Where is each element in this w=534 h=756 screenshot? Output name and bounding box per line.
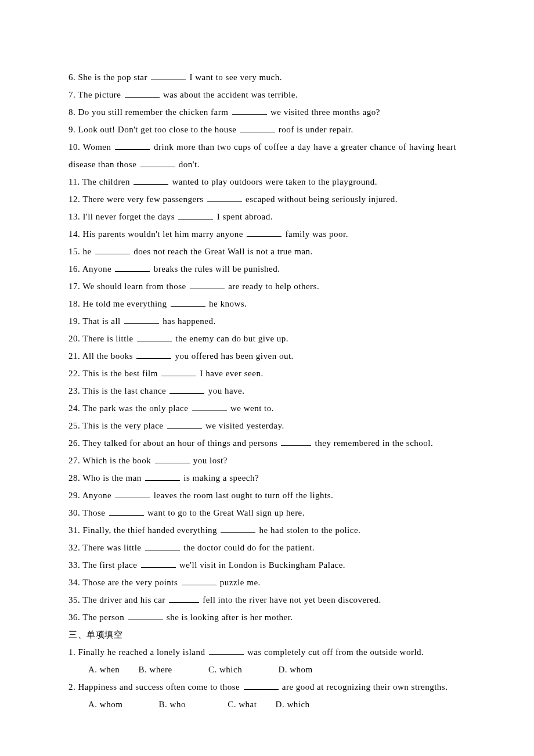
question-35: 35. The driver and his car fell into the… [68, 591, 456, 609]
q-num: 8. [68, 107, 78, 117]
q-text-a: Finally he reached a lonely island [78, 647, 208, 657]
question-27: 27. Which is the book you lost? [68, 452, 456, 469]
q-text-a: They talked for about an hour of things … [82, 438, 280, 448]
blank [240, 124, 275, 133]
q-text-b: the enemy can do but give up. [173, 334, 288, 343]
blank [115, 490, 150, 499]
blank [115, 264, 150, 272]
q-num: 27. [68, 456, 82, 465]
q-text-b: family was poor. [283, 229, 348, 239]
question-19: 19. That is all has happened. [68, 312, 456, 330]
blank [134, 177, 168, 185]
q-text-b: fell into the river have not yet been di… [200, 595, 381, 604]
q-text-a: Look out! Don't get too close to the hou… [78, 125, 239, 134]
question-14: 14. His parents wouldn't let him marry a… [68, 225, 456, 243]
q-num: 13. [68, 212, 83, 221]
option-d: D. whom [278, 661, 312, 678]
q-text-b: we'll visit in London is Buckingham Pala… [177, 560, 346, 570]
blank [151, 72, 186, 81]
q-text-a: The park was the only place [82, 404, 190, 413]
blank [244, 682, 279, 690]
blank [178, 211, 213, 220]
blank [155, 455, 190, 464]
mcq-1-options: A. when B. where C. which D. whom [68, 661, 456, 678]
q-text-a: Happiness and success often come to thos… [78, 682, 243, 692]
blank [209, 647, 244, 656]
question-34: 34. Those are the very points puzzle me. [68, 574, 456, 591]
q-num: 7. [68, 90, 78, 99]
blank [145, 542, 180, 551]
q-text-b: we visited three months ago? [268, 107, 380, 117]
q-text-a: he [83, 247, 94, 256]
document-page: 6. She is the pop star I want to see ver… [0, 0, 534, 756]
option-a: A. when [88, 661, 120, 678]
q-text-a: The first place [82, 560, 139, 570]
q-num: 1. [68, 647, 78, 657]
blank [207, 194, 242, 203]
q-text-b: I want to see very much. [187, 73, 282, 82]
q-num: 24. [68, 404, 82, 413]
blank [247, 229, 282, 237]
blank [128, 612, 163, 621]
mcq-2-options: A. whom B. who C. what D. which [68, 696, 456, 713]
section-3-heading: 三、单项填空 [68, 626, 456, 643]
q-num: 30. [68, 508, 82, 517]
q-num: 2. [68, 682, 78, 692]
q-text-a: This is the very place [82, 421, 166, 430]
question-13: 13. I'll never forget the days I spent a… [68, 208, 456, 225]
question-17: 17. We should learn from those are ready… [68, 278, 456, 295]
q-text-b: they remembered in the school. [312, 438, 433, 448]
q-text-b: she is looking after is her mother. [164, 613, 293, 622]
question-32: 32. There was little the doctor could do… [68, 539, 456, 556]
q-text-a: I'll never forget the days [83, 212, 178, 221]
question-15: 15. he does not reach the Great Wall is … [68, 243, 456, 260]
question-36: 36. The person she is looking after is h… [68, 609, 456, 626]
q-text-b: we went to. [228, 404, 274, 413]
q-num: 10. [68, 142, 83, 152]
question-6: 6. She is the pop star I want to see ver… [68, 69, 456, 86]
question-8: 8. Do you still remember the chicken far… [68, 103, 456, 121]
q-text-b: we visited yesterday. [203, 421, 284, 430]
q-num: 21. [68, 351, 82, 361]
blank [95, 246, 130, 255]
q-num: 9. [68, 125, 78, 134]
option-c: C. what [228, 696, 257, 713]
blank [190, 281, 225, 290]
q-text-b: leaves the room last ought to turn off t… [151, 491, 333, 500]
q-num: 36. [68, 613, 82, 622]
option-c: C. which [208, 661, 242, 678]
question-24: 24. The park was the only place we went … [68, 399, 456, 417]
blank [140, 159, 175, 168]
q-text-a: Those [82, 508, 107, 517]
q-text-a: His parents wouldn't let him marry anyon… [83, 229, 246, 239]
blank [141, 560, 176, 568]
blank [281, 438, 311, 447]
q-text-b: want to go to the Great Wall sign up her… [145, 508, 305, 517]
blank [169, 595, 199, 603]
question-33: 33. The first place we'll visit in Londo… [68, 556, 456, 574]
q-text-a: There was little [82, 543, 144, 552]
option-d: D. which [276, 696, 310, 713]
question-31: 31. Finally, the thief handed everything… [68, 521, 456, 539]
q-text-b: puzzle me. [218, 578, 261, 587]
q-text-b: I have ever seen. [197, 369, 264, 378]
q-text-b: he had stolen to the police. [257, 525, 360, 535]
q-text-b: are ready to help others. [226, 282, 319, 291]
q-num: 12. [68, 195, 82, 204]
blank [125, 89, 160, 98]
q-num: 16. [68, 264, 82, 273]
q-num: 18. [68, 299, 83, 308]
q-text-a: The driver and his car [82, 595, 168, 604]
q-text-a: This is the last chance [82, 386, 168, 395]
blank [145, 473, 180, 481]
q-text-a: Finally, the thief handed everything [83, 525, 220, 535]
question-23: 23. This is the last chance you have. [68, 382, 456, 399]
q-text-a: We should learn from those [82, 282, 189, 291]
question-30: 30. Those want to go to the Great Wall s… [68, 504, 456, 521]
blank [124, 316, 159, 325]
q-text-a: There were very few passengers [82, 195, 206, 204]
blank [109, 507, 144, 516]
question-10: 10. Women drink more than two cups of co… [68, 138, 456, 173]
question-28: 28. Who is the man is making a speech? [68, 469, 456, 487]
q-text-a: Who is the man [82, 473, 144, 483]
